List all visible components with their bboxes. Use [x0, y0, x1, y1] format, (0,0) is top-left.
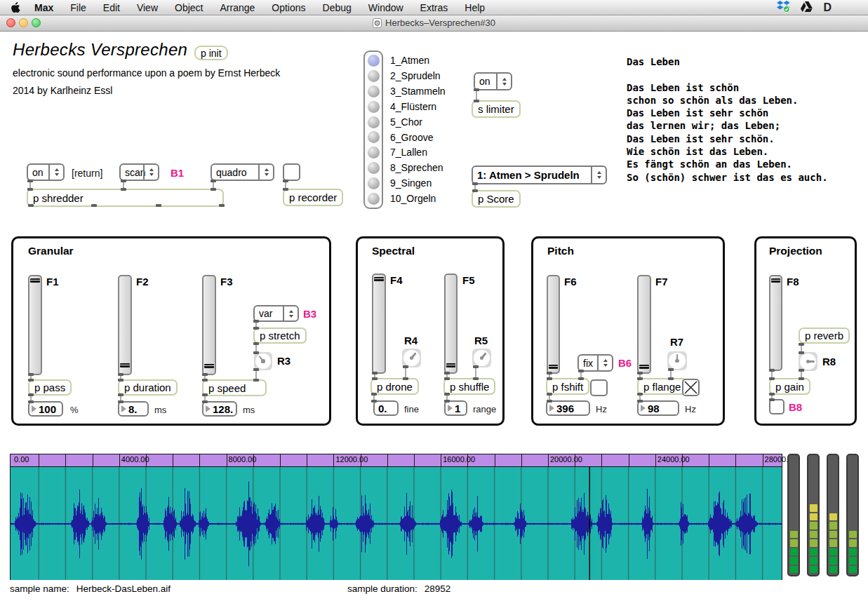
preset-radio-2[interactable] — [368, 70, 380, 82]
p-init-button[interactable]: p init — [194, 46, 228, 60]
p-gain-button[interactable]: p gain — [769, 378, 810, 395]
p-drone-button[interactable]: p drone — [370, 378, 419, 395]
preset-radio-4[interactable] — [368, 101, 380, 113]
p-reverb-button[interactable]: p reverb — [799, 327, 850, 344]
menu-arrange[interactable]: Arrange — [220, 2, 255, 13]
flange-numberbox[interactable]: 98 — [637, 400, 679, 416]
dial-r8[interactable] — [799, 352, 817, 371]
menu-window[interactable]: Window — [368, 2, 403, 13]
window-titlebar[interactable]: Herbecks–Versprechen#30 — [0, 15, 868, 32]
ruler-tick — [387, 454, 388, 466]
dropdown-stepper-icon[interactable] — [143, 165, 158, 180]
menu-options[interactable]: Options — [272, 2, 305, 13]
d-status-icon[interactable]: D — [823, 2, 832, 13]
menu-view[interactable]: View — [137, 2, 158, 13]
preset-radio-10[interactable] — [368, 193, 380, 205]
r3-label: R3 — [277, 355, 291, 367]
dropbox-icon[interactable] — [777, 1, 790, 15]
meter-segment — [829, 531, 837, 539]
p-stretch-button[interactable]: p stretch — [253, 327, 307, 344]
dial-r5[interactable] — [472, 349, 491, 367]
preset-radio-5[interactable] — [368, 116, 380, 128]
meter-segment — [790, 557, 798, 565]
pass-numberbox[interactable]: 100 — [28, 401, 63, 417]
preset-radio-6[interactable] — [368, 131, 380, 143]
pitch-panel-title: Pitch — [547, 245, 574, 257]
google-drive-icon[interactable] — [801, 1, 813, 14]
sample-duration-label: sample duration: — [347, 583, 418, 594]
menu-help[interactable]: Help — [465, 2, 485, 13]
range-label: range — [473, 404, 496, 414]
preset-radio-9[interactable] — [368, 177, 380, 189]
fshift-toggle[interactable] — [590, 379, 608, 396]
preset-radio-1[interactable] — [368, 55, 380, 67]
menu-debug[interactable]: Debug — [323, 2, 352, 13]
menu-extras[interactable]: Extras — [420, 2, 448, 13]
fshift-numberbox[interactable]: 396 — [546, 400, 590, 416]
quadro-dropdown[interactable]: quadro — [211, 163, 274, 181]
f5-label: F5 — [462, 274, 475, 286]
p-shredder-button[interactable]: p shredder — [27, 189, 224, 207]
patch-cord — [120, 394, 121, 403]
menu-edit[interactable]: Edit — [103, 2, 120, 13]
preset-radiogroup[interactable] — [363, 50, 383, 209]
ruler-tick — [227, 454, 227, 466]
dropdown-stepper-icon[interactable] — [591, 167, 606, 183]
b8-toggle[interactable] — [769, 399, 784, 414]
dial-r4[interactable] — [402, 349, 421, 367]
patch-cord — [670, 369, 672, 379]
p-flange-button[interactable]: p flange — [637, 378, 687, 395]
slider-f6[interactable] — [547, 275, 560, 374]
outlet-nub — [156, 204, 161, 207]
f8-label: F8 — [787, 276, 799, 288]
menu-object[interactable]: Object — [175, 2, 203, 13]
preset-radio-3[interactable] — [368, 86, 380, 97]
p-fshift-button[interactable]: p fshift — [546, 378, 589, 395]
b3-label: B3 — [303, 308, 316, 320]
slider-f3[interactable] — [202, 275, 216, 375]
slider-f1[interactable] — [28, 275, 42, 375]
scan-mode-dropdown[interactable]: scan — [119, 163, 159, 181]
dropdown-stepper-icon[interactable] — [258, 165, 273, 180]
slider-f7[interactable] — [637, 275, 651, 374]
waveform-display[interactable]: 0.004000.008000.0012000.0016000.0020000.… — [10, 454, 782, 580]
preset-radio-7[interactable] — [368, 147, 380, 158]
dropdown-stepper-icon[interactable] — [283, 306, 298, 320]
spectral-panel-title: Spectral — [372, 245, 415, 257]
meter-segment — [849, 539, 857, 547]
meter-segment — [810, 548, 817, 556]
dial-r7[interactable] — [667, 351, 687, 370]
fine-numberbox[interactable]: 0. — [373, 400, 399, 416]
recorder-toggle[interactable] — [283, 163, 300, 181]
preset-radio-8[interactable] — [368, 162, 380, 174]
p-recorder-button[interactable]: p recorder — [283, 189, 343, 206]
limiter-on-dropdown[interactable]: on — [474, 72, 512, 90]
slider-f2[interactable] — [118, 275, 132, 375]
apple-menu-icon[interactable] — [11, 2, 20, 13]
s-limiter-button[interactable]: s limiter — [472, 100, 521, 118]
menu-max[interactable]: Max — [34, 2, 53, 13]
p-score-button[interactable]: p Score — [472, 190, 521, 208]
p-speed-button[interactable]: p speed — [202, 379, 267, 396]
var-dropdown[interactable]: var — [253, 305, 299, 322]
slider-f4[interactable] — [372, 274, 386, 374]
score-selector-dropdown[interactable]: 1: Atmen > Sprudeln — [472, 166, 607, 184]
flange-toggle-checked[interactable] — [682, 379, 700, 396]
p-duration-button[interactable]: p duration — [118, 379, 178, 396]
p-shuffle-button[interactable]: p shuffle — [443, 378, 495, 395]
f7-label: F7 — [655, 276, 668, 288]
dropdown-stepper-icon[interactable] — [48, 165, 63, 180]
dropdown-stepper-icon[interactable] — [597, 356, 612, 370]
duration-numberbox[interactable]: 8. — [118, 401, 149, 417]
dropdown-stepper-icon[interactable] — [496, 74, 511, 89]
speed-numberbox[interactable]: 128. — [202, 401, 237, 417]
patch-cord — [30, 394, 32, 403]
slider-f8[interactable] — [769, 275, 782, 371]
p-pass-button[interactable]: p pass — [28, 379, 72, 396]
range-numberbox[interactable]: 1 — [444, 400, 467, 416]
menu-file[interactable]: File — [70, 2, 86, 13]
meter-segment — [810, 513, 817, 521]
patch-cord — [285, 180, 286, 190]
shredder-on-dropdown[interactable]: on — [27, 163, 65, 181]
slider-f5[interactable] — [444, 274, 458, 374]
